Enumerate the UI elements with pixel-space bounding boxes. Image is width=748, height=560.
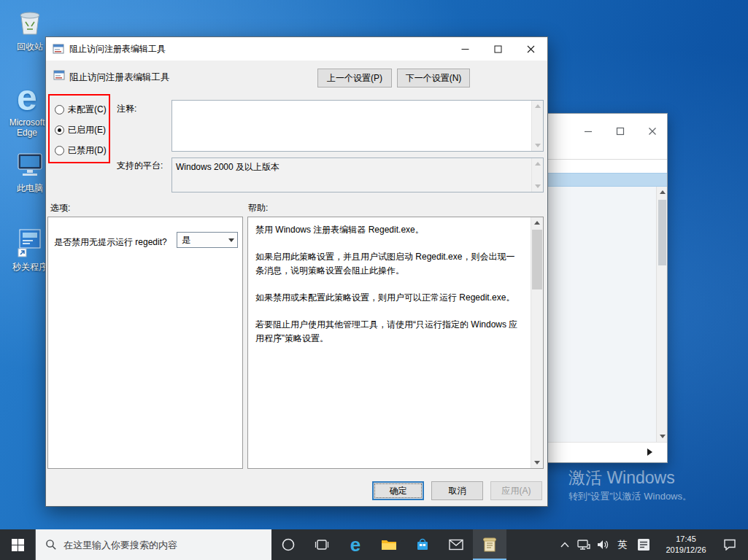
- cortana-icon[interactable]: [271, 529, 305, 560]
- cancel-button[interactable]: 取消: [431, 481, 483, 500]
- annotation-highlight-box: [48, 94, 110, 163]
- regedit-silent-run-dropdown[interactable]: 是: [177, 232, 238, 248]
- previous-setting-button[interactable]: 上一个设置(P): [317, 69, 392, 88]
- option-question: 是否禁用无提示运行 regedit?: [54, 236, 167, 249]
- scrollbar-vertical: [531, 158, 543, 192]
- apply-button: 应用(A): [490, 481, 542, 500]
- task-view-icon[interactable]: [305, 529, 339, 560]
- next-setting-button[interactable]: 下一个设置(N): [397, 69, 470, 88]
- help-panel: 禁用 Windows 注册表编辑器 Regedit.exe。 如果启用此策略设置…: [247, 217, 544, 469]
- policy-setting-dialog: 阻止访问注册表编辑工具 阻止访问注册表编辑工具: [45, 36, 548, 507]
- desktop-icon-edge[interactable]: e Microsoft Edge: [4, 80, 50, 139]
- chevron-up-icon[interactable]: [555, 529, 574, 560]
- supported-on-value: Windows 2000 及以上版本: [176, 161, 527, 174]
- help-text: 禁用 Windows 注册表编辑器 Regedit.exe。 如果启用此策略设置…: [248, 217, 530, 468]
- windows-logo-icon: [12, 539, 24, 551]
- scrollbar-vertical[interactable]: [656, 187, 667, 442]
- maximize-icon[interactable]: [482, 37, 514, 61]
- activate-windows-watermark: 激活 Windows: [568, 467, 675, 489]
- store-icon[interactable]: [406, 529, 439, 560]
- chevron-down-icon[interactable]: [225, 233, 237, 247]
- mail-icon[interactable]: [439, 529, 473, 560]
- scroll-down-icon: [532, 140, 544, 151]
- minimize-icon[interactable]: [584, 125, 593, 139]
- clock-time: 17:45: [676, 534, 696, 545]
- dropdown-selected-value: 是: [177, 234, 225, 246]
- taskbar-search[interactable]: [35, 529, 271, 560]
- desktop: 回收站 e Microsoft Edge 此电脑: [0, 0, 748, 560]
- volume-icon[interactable]: [593, 529, 612, 560]
- supported-on-label: 支持的平台:: [117, 160, 163, 172]
- ime-keyboard-icon[interactable]: [633, 529, 655, 560]
- close-icon[interactable]: [514, 37, 547, 61]
- start-button[interactable]: [0, 529, 35, 560]
- policy-window-icon: [53, 43, 64, 55]
- scroll-down-icon[interactable]: [531, 457, 543, 468]
- comment-textarea[interactable]: [171, 100, 544, 152]
- recycle-bin-icon: [7, 4, 53, 39]
- taskbar-clock[interactable]: 17:45 2019/12/26: [655, 529, 717, 560]
- scroll-up-icon[interactable]: [657, 187, 668, 198]
- help-label: 帮助:: [248, 202, 268, 214]
- action-center-icon[interactable]: [717, 529, 742, 560]
- taskbar-apps: e: [271, 529, 506, 560]
- options-panel: 是否禁用无提示运行 regedit? 是: [47, 217, 243, 469]
- desktop-icon-label: Microsoft Edge: [4, 117, 50, 139]
- activate-windows-watermark-sub: 转到“设置”以激活 Windows。: [568, 490, 692, 503]
- scrollbar-thumb[interactable]: [658, 200, 666, 265]
- policy-name: 阻止访问注册表编辑工具: [69, 71, 170, 84]
- options-label: 选项:: [50, 202, 70, 214]
- scroll-up-icon: [532, 158, 544, 169]
- scroll-down-icon: [532, 181, 544, 192]
- scroll-right-icon[interactable]: [647, 448, 652, 456]
- edge-taskbar-icon[interactable]: e: [339, 529, 372, 560]
- network-icon[interactable]: [574, 529, 593, 560]
- comment-label: 注释:: [117, 103, 136, 115]
- edge-icon: e: [4, 80, 50, 115]
- minimize-icon[interactable]: [449, 37, 482, 61]
- supported-on-textarea: Windows 2000 及以上版本: [171, 158, 544, 192]
- scroll-up-icon: [532, 101, 544, 112]
- scroll-up-icon[interactable]: [531, 217, 543, 228]
- search-icon: [45, 539, 57, 551]
- file-explorer-icon[interactable]: [372, 529, 406, 560]
- scrollbar-vertical[interactable]: [531, 217, 543, 468]
- dialog-title: 阻止访问注册表编辑工具: [69, 43, 166, 55]
- scroll-down-icon[interactable]: [657, 431, 668, 442]
- dialog-titlebar[interactable]: 阻止访问注册表编辑工具: [46, 37, 547, 61]
- scrollbar-vertical: [531, 101, 543, 151]
- clock-date: 2019/12/26: [666, 545, 706, 556]
- system-tray: 英 17:45 2019/12/26: [555, 529, 748, 560]
- input-language-indicator[interactable]: 英: [612, 529, 633, 560]
- search-input[interactable]: [57, 529, 271, 560]
- scrollbar-thumb[interactable]: [532, 230, 542, 289]
- close-icon[interactable]: [648, 125, 657, 139]
- policy-setting-icon: [53, 69, 65, 83]
- group-policy-editor-taskbar-icon[interactable]: [473, 529, 506, 560]
- ok-button[interactable]: 确定: [372, 481, 424, 500]
- maximize-icon[interactable]: [616, 125, 625, 139]
- taskbar: e: [0, 529, 748, 560]
